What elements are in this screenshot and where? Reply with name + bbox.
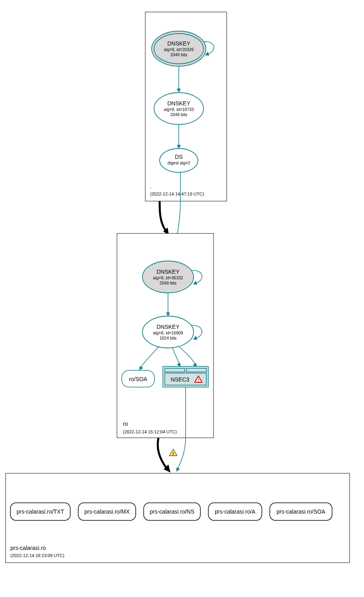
node-ro-nsec3: NSEC3 ! [163,366,208,387]
edge-delegation-ro-domain [158,438,167,469]
warning-icon: ! [169,449,177,456]
svg-text:DNSKEY: DNSKEY [167,100,190,107]
svg-text:alg=8, id=36332: alg=8, id=36332 [153,275,183,280]
svg-text:ro/SOA: ro/SOA [129,376,148,382]
record-txt: prs-calarasi.ro/TXT [10,503,70,520]
svg-text:DNSKEY: DNSKEY [167,40,190,47]
svg-text:1024 bits: 1024 bits [160,336,177,340]
svg-rect-34 [165,368,185,372]
zone-ro: ro (2022-12-14 15:12:04 UTC) DNSKEY alg=… [117,233,214,438]
node-ro-ksk: DNSKEY alg=8, id=36332 2048 bits [142,261,194,293]
svg-text:2048 bits: 2048 bits [170,52,188,57]
svg-text:prs-calarasi.ro/SOA: prs-calarasi.ro/SOA [277,508,326,515]
svg-text:alg=8, id=20326: alg=8, id=20326 [164,47,194,52]
edge-delegation-root-ro [160,201,166,231]
record-soa: prs-calarasi.ro/SOA [270,503,332,520]
svg-text:prs-calarasi.ro/A: prs-calarasi.ro/A [215,508,256,515]
svg-text:2048 bits: 2048 bits [160,281,177,285]
zone-root: . (2022-12-14 14:47:19 UTC) DNSKEY alg=8… [145,12,227,201]
svg-text:alg=8, id=16809: alg=8, id=16809 [153,330,183,335]
zone-domain-time: (2022-12-14 18:23:09 UTC) [10,553,64,558]
node-root-zsk: DNSKEY alg=8, id=18733 2048 bits [154,93,204,125]
dnssec-graph: . (2022-12-14 14:47:19 UTC) DNSKEY alg=8… [0,0,364,597]
svg-text:NSEC3: NSEC3 [171,376,190,383]
svg-text:prs-calarasi.ro/MX: prs-calarasi.ro/MX [84,508,130,515]
record-a: prs-calarasi.ro/A [208,503,262,520]
svg-text:!: ! [198,378,199,383]
record-ns: prs-calarasi.ro/NS [144,503,200,520]
svg-text:prs-calarasi.ro/TXT: prs-calarasi.ro/TXT [16,508,64,515]
svg-text:digest alg=2: digest alg=2 [168,160,190,165]
zone-ro-time: (2022-12-14 15:12:04 UTC) [123,429,177,434]
svg-text:prs-calarasi.ro/NS: prs-calarasi.ro/NS [150,508,194,515]
svg-text:alg=8, id=18733: alg=8, id=18733 [164,107,194,112]
svg-text:DNSKEY: DNSKEY [156,324,180,330]
svg-text:DS: DS [175,154,182,160]
zone-root-time: (2022-12-14 14:47:19 UTC) [150,192,204,196]
svg-text:DNSKEY: DNSKEY [156,269,180,275]
svg-text:2048 bits: 2048 bits [170,112,188,117]
zone-root-label: . [150,183,152,189]
node-root-ksk: DNSKEY alg=8, id=20326 2048 bits [152,31,206,66]
node-root-ds: DS digest alg=2 [160,148,198,172]
zone-domain: prs-calarasi.ro (2022-12-14 18:23:09 UTC… [6,473,350,563]
node-ro-zsk: DNSKEY alg=8, id=16809 1024 bits [142,316,194,348]
svg-rect-35 [186,368,206,372]
record-mx: prs-calarasi.ro/MX [78,503,136,520]
node-ro-soa: ro/SOA [122,370,154,387]
svg-text:!: ! [172,451,174,456]
zone-domain-label: prs-calarasi.ro [10,545,46,551]
zone-ro-label: ro [123,421,128,427]
